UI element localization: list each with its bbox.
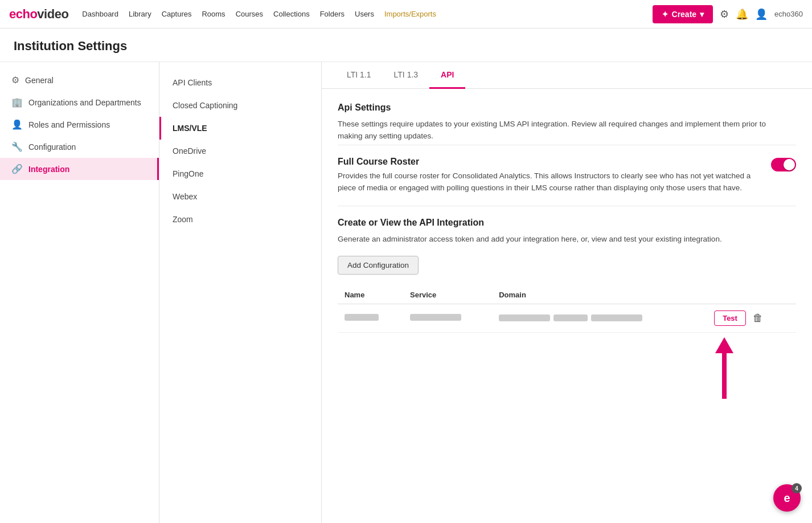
logo-echo: echo	[9, 7, 37, 21]
sidebar-item-orgs[interactable]: 🏢 Organizations and Departments	[0, 91, 159, 113]
col-actions	[707, 286, 796, 304]
domain-part3-redacted	[591, 314, 642, 321]
create-icon: ✦	[662, 10, 669, 19]
tab-lti11[interactable]: LTI 1.1	[335, 62, 383, 89]
middle-panel: API Clients Closed Captioning LMS/VLE On…	[159, 62, 322, 523]
sidebar-item-config[interactable]: 🔧 Configuration	[0, 136, 159, 158]
chat-icon: e	[784, 492, 790, 505]
bell-icon[interactable]: 🔔	[736, 8, 748, 21]
nav-library[interactable]: Library	[129, 10, 151, 18]
domain-cell-container	[499, 314, 700, 321]
create-button[interactable]: ✦ Create ▾	[653, 5, 713, 23]
tab-api[interactable]: API	[429, 62, 465, 89]
full-course-roster-row: Full Course Roster Provides the full cou…	[338, 157, 796, 194]
logo-video: video	[37, 7, 68, 21]
nav-courses[interactable]: Courses	[236, 10, 263, 18]
delete-icon[interactable]: 🗑	[751, 310, 765, 326]
full-course-roster-text: Full Course Roster Provides the full cou…	[338, 157, 762, 194]
sidebar-item-roles[interactable]: 👤 Roles and Permissions	[0, 113, 159, 136]
chat-badge: 4	[792, 483, 802, 493]
middle-item-api-clients[interactable]: API Clients	[159, 71, 321, 94]
nav-users[interactable]: Users	[355, 10, 374, 18]
table-row: Test 🗑	[338, 304, 796, 333]
nav-collections[interactable]: Collections	[273, 10, 310, 18]
create-view-title: Create or View the API Integration	[338, 218, 796, 228]
domain-part2-redacted	[553, 314, 588, 321]
col-domain: Domain	[492, 286, 707, 304]
api-settings-title: Api Settings	[338, 103, 796, 113]
logo-text: echovideo	[9, 7, 68, 22]
middle-item-onedrive[interactable]: OneDrive	[159, 140, 321, 162]
settings-icon[interactable]: ⚙	[720, 8, 729, 21]
chat-bubble[interactable]: e 4	[773, 484, 801, 512]
api-clients-label: API Clients	[173, 78, 212, 87]
nav-links: Dashboard Library Captures Rooms Courses…	[82, 10, 436, 18]
tab-lti13-label: LTI 1.3	[394, 70, 419, 79]
sidebar-label-roles: Roles and Permissions	[28, 120, 110, 129]
closed-captioning-label: Closed Captioning	[173, 101, 237, 110]
row-name-cell	[338, 304, 403, 333]
api-settings-section: Api Settings These settings require upda…	[322, 89, 812, 412]
logo[interactable]: echovideo	[9, 7, 68, 22]
row-actions-cell: Test 🗑	[707, 304, 796, 333]
tab-api-label: API	[441, 70, 454, 79]
page-container: Institution Settings ⚙ General 🏢 Organiz…	[0, 28, 812, 523]
middle-item-lms-vle[interactable]: LMS/VLE	[159, 117, 321, 140]
middle-item-zoom[interactable]: Zoom	[159, 208, 321, 231]
roles-icon: 👤	[11, 119, 23, 130]
toggle-knob	[784, 159, 795, 170]
user-label: echo360	[774, 10, 803, 18]
divider-2	[338, 206, 796, 206]
create-label: Create	[672, 10, 697, 19]
row-name-redacted	[345, 314, 379, 321]
row-service-cell	[403, 304, 492, 333]
content-area: ⚙ General 🏢 Organizations and Department…	[0, 62, 812, 523]
page-title: Institution Settings	[0, 28, 812, 62]
col-name: Name	[338, 286, 403, 304]
nav-right: ✦ Create ▾ ⚙ 🔔 👤 echo360	[653, 5, 803, 23]
table-header: Name Service Domain	[338, 286, 796, 304]
user-icon[interactable]: 👤	[755, 8, 768, 21]
config-table: Name Service Domain	[338, 286, 796, 333]
nav-rooms[interactable]: Rooms	[202, 10, 225, 18]
sidebar-label-general: General	[25, 76, 54, 85]
row-domain-cell	[492, 304, 707, 333]
full-course-roster-desc: Provides the full course roster for Cons…	[338, 170, 762, 194]
nav-imports[interactable]: Imports/Exports	[384, 10, 436, 18]
red-arrow	[715, 337, 733, 399]
create-view-desc: Generate an administrator access token a…	[338, 234, 782, 246]
sidebar-item-integration[interactable]: 🔗 Integration	[0, 158, 159, 180]
domain-part1-redacted	[499, 314, 550, 321]
arrow-head	[715, 337, 733, 353]
main-content: LTI 1.1 LTI 1.3 API Api Settings These s…	[322, 62, 812, 523]
general-icon: ⚙	[11, 75, 19, 85]
add-configuration-button[interactable]: Add Configuration	[338, 256, 419, 275]
nav-folders[interactable]: Folders	[320, 10, 345, 18]
nav-captures[interactable]: Captures	[162, 10, 192, 18]
middle-item-closed-captioning[interactable]: Closed Captioning	[159, 94, 321, 117]
zoom-label: Zoom	[173, 215, 193, 224]
tab-lti11-label: LTI 1.1	[347, 70, 371, 79]
create-chevron-icon: ▾	[700, 10, 704, 19]
config-icon: 🔧	[11, 141, 23, 152]
sidebar-label-config: Configuration	[28, 142, 76, 152]
full-course-roster-toggle[interactable]	[771, 158, 796, 171]
nav-dashboard[interactable]: Dashboard	[82, 10, 118, 18]
sidebar-label-orgs: Organizations and Departments	[28, 98, 141, 107]
middle-item-pingone[interactable]: PingOne	[159, 162, 321, 185]
orgs-icon: 🏢	[11, 97, 23, 108]
pingone-label: PingOne	[173, 169, 203, 178]
arrow-container	[338, 337, 768, 399]
tabs-bar: LTI 1.1 LTI 1.3 API	[322, 62, 812, 89]
table-body: Test 🗑	[338, 304, 796, 333]
test-button[interactable]: Test	[714, 310, 746, 326]
sidebar-label-integration: Integration	[28, 165, 69, 174]
col-service: Service	[403, 286, 492, 304]
arrow-shaft	[722, 353, 727, 399]
row-service-redacted	[410, 314, 461, 321]
test-label: Test	[723, 314, 737, 322]
tab-lti13[interactable]: LTI 1.3	[383, 62, 430, 89]
lms-vle-label: LMS/VLE	[173, 124, 207, 133]
sidebar-item-general[interactable]: ⚙ General	[0, 69, 159, 91]
middle-item-webex[interactable]: Webex	[159, 185, 321, 208]
